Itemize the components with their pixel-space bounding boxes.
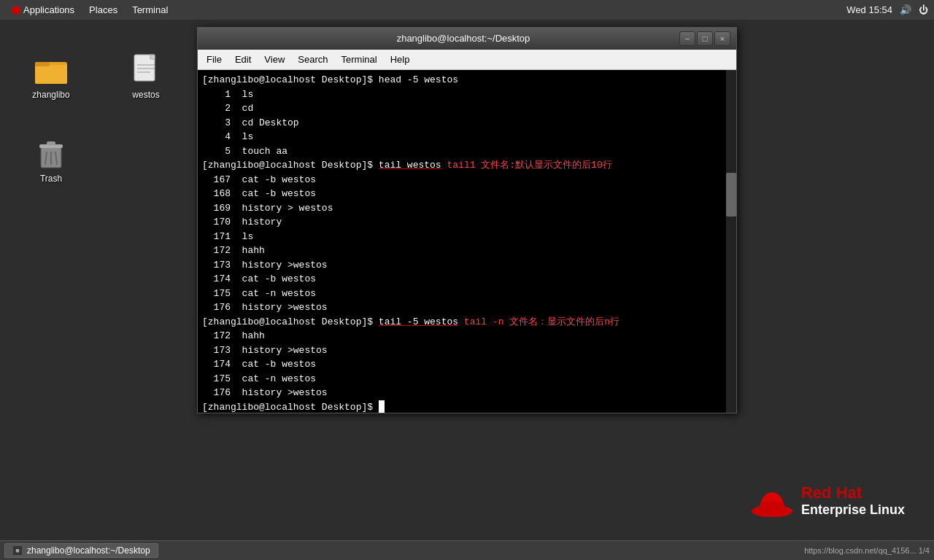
svg-point-17	[752, 505, 792, 517]
file-icon	[128, 52, 163, 87]
taskbar-right: https://blog.csdn.net/qq_4156... 1/4	[804, 546, 930, 555]
clock: Wed 15:54	[846, 4, 892, 15]
top-bar-left: Applications Places Terminal	[6, 3, 174, 17]
terminal-line-10: 169 history > westos	[202, 201, 732, 216]
term-menu-terminal[interactable]: Terminal	[336, 52, 383, 66]
terminal-menubar: File Edit View Search Terminal Help	[198, 50, 736, 70]
terminal-titlebar: zhanglibo@localhost:~/Desktop − □ ×	[198, 28, 736, 50]
terminal-line-11: 170 history	[202, 215, 732, 230]
desktop-icon-westos[interactable]: westos	[113, 49, 179, 103]
terminal-line-1: [zhanglibo@localhost Desktop]$ head -5 w…	[202, 73, 732, 88]
desktop-icon-zhanglibo[interactable]: zhanglibo	[18, 49, 84, 103]
places-label: Places	[89, 4, 117, 15]
desktop-icon-westos-label: westos	[132, 90, 159, 100]
taskbar-left: ■ zhanglibo@localhost:~/Desktop	[4, 543, 158, 558]
redhat-dot-icon	[12, 6, 20, 15]
taskbar-page-info: https://blog.csdn.net/qq_4156... 1/4	[804, 546, 930, 555]
terminal-controls: − □ ×	[679, 31, 730, 46]
terminal-line-18: [zhanglibo@localhost Desktop]$ tail -5 w…	[202, 315, 732, 330]
svg-rect-2	[35, 62, 50, 66]
term-menu-edit[interactable]: Edit	[229, 52, 257, 66]
redhat-text: Red Hat Enterprise Linux	[801, 483, 905, 518]
taskbar-terminal-item[interactable]: ■ zhanglibo@localhost:~/Desktop	[4, 543, 158, 558]
svg-rect-1	[35, 65, 67, 84]
svg-rect-11	[47, 141, 55, 145]
terminal-content[interactable]: [zhanglibo@localhost Desktop]$ head -5 w…	[198, 70, 736, 413]
trash-icon	[34, 136, 69, 171]
top-menubar: Applications Places Terminal Wed 15:54 🔊…	[0, 0, 934, 20]
terminal-line-12: 171 ls	[202, 230, 732, 244]
terminal-line-13: 172 hahh	[202, 244, 732, 258]
term-menu-search[interactable]: Search	[292, 52, 333, 66]
terminal-line-6: 5 touch aa	[202, 144, 732, 159]
terminal-line-15: 174 cat -b westos	[202, 272, 732, 287]
applications-label: Applications	[23, 4, 74, 15]
terminal-scrollbar[interactable]	[726, 70, 736, 413]
terminal-line-8: 167 cat -b westos	[202, 173, 732, 187]
term-menu-file[interactable]: File	[201, 52, 228, 66]
taskbar-item-label: zhanglibo@localhost:~/Desktop	[27, 545, 150, 556]
terminal-line-19: 172 hahh	[202, 329, 732, 343]
terminal-line-23: 176 history >westos	[202, 386, 732, 400]
terminal-title: zhanglibo@localhost:~/Desktop	[247, 33, 679, 44]
volume-icon[interactable]: 🔊	[900, 4, 911, 15]
terminal-line-22: 175 cat -n westos	[202, 372, 732, 386]
terminal-line-21: 174 cat -b westos	[202, 357, 732, 372]
term-menu-help[interactable]: Help	[385, 52, 416, 66]
terminal-line-5: 4 ls	[202, 130, 732, 144]
desktop: zhanglibo westos Trash	[0, 20, 934, 540]
term-menu-view[interactable]: View	[258, 52, 290, 66]
terminal-line-4: 3 cd Desktop	[202, 116, 732, 131]
terminal-line-3: 2 cd	[202, 101, 732, 116]
terminal-menu[interactable]: Terminal	[126, 3, 174, 17]
top-bar-right: Wed 15:54 🔊 ⏻	[846, 4, 928, 15]
terminal-line-14: 173 history >westos	[202, 258, 732, 273]
terminal-line-7: [zhanglibo@localhost Desktop]$ tail west…	[202, 158, 732, 173]
redhat-hat-icon	[750, 482, 794, 518]
scrollbar-thumb[interactable]	[726, 173, 736, 217]
close-button[interactable]: ×	[714, 31, 730, 46]
places-menu[interactable]: Places	[83, 3, 123, 17]
taskbar: ■ zhanglibo@localhost:~/Desktop https://…	[0, 540, 934, 560]
terminal-line-17: 176 history >westos	[202, 300, 732, 315]
terminal-window: zhanglibo@localhost:~/Desktop − □ × File…	[197, 27, 737, 413]
taskbar-item-icon: ■	[12, 545, 23, 556]
folder-icon	[34, 52, 69, 87]
terminal-line-2: 1 ls	[202, 88, 732, 102]
terminal-label: Terminal	[132, 4, 168, 15]
desktop-icon-trash-label: Trash	[40, 174, 62, 184]
power-icon[interactable]: ⏻	[919, 4, 928, 15]
terminal-line-20: 173 history >westos	[202, 343, 732, 358]
applications-menu[interactable]: Applications	[6, 3, 80, 17]
terminal-line-16: 175 cat -n westos	[202, 287, 732, 301]
redhat-logo: Red Hat Enterprise Linux	[750, 482, 905, 518]
terminal-line-24: [zhanglibo@localhost Desktop]$	[202, 400, 732, 413]
maximize-button[interactable]: □	[697, 31, 713, 46]
desktop-icon-trash[interactable]: Trash	[18, 133, 84, 187]
terminal-line-9: 168 cat -b westos	[202, 187, 732, 201]
desktop-icon-zhanglibo-label: zhanglibo	[32, 90, 69, 100]
minimize-button[interactable]: −	[679, 31, 695, 46]
